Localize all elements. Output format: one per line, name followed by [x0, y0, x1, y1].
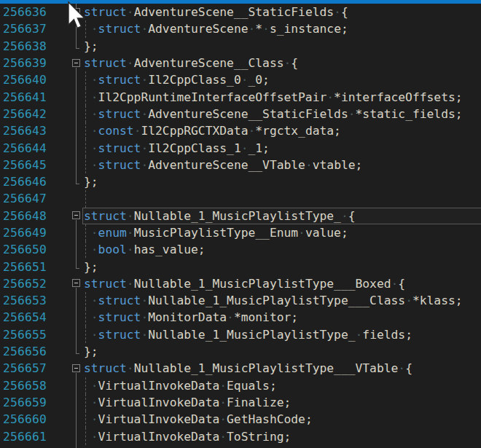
fold-margin — [51, 4, 82, 20]
code-text[interactable]: ·struct·Il2CppClass_0·_0; — [82, 71, 481, 88]
code-line[interactable]: 256643 ·const·Il2CppRGCTXData·*rgctx_dat… — [0, 122, 481, 139]
code-text[interactable]: struct·AdventureScene__StaticFields·{ — [82, 4, 481, 20]
code-token: vtable; — [313, 158, 363, 172]
indent-whitespace: · — [84, 158, 98, 172]
code-token: s_instance; — [270, 22, 348, 36]
code-line[interactable]: 256656}; — [0, 343, 481, 360]
line-number: 256659 — [0, 396, 51, 409]
keyword-token: struct — [84, 56, 127, 70]
line-number: 256651 — [0, 260, 51, 274]
whitespace-dot: · — [127, 243, 134, 256]
code-text[interactable]: struct·AdventureScene__Class·{ — [82, 55, 481, 71]
code-token: }; — [84, 175, 98, 189]
code-text[interactable]: ·bool·has_value; — [82, 241, 481, 258]
line-number: 256645 — [0, 158, 51, 172]
code-line[interactable]: 256658 ·VirtualInvokeData·Equals; — [0, 377, 481, 394]
keyword-token: struct — [98, 310, 141, 324]
code-token: has_value; — [134, 243, 206, 256]
code-text[interactable]: ·const·Il2CppRGCTXData·*rgctx_data; — [82, 122, 481, 139]
code-line[interactable]: 256637 ·struct·AdventureScene·*·s_instan… — [0, 20, 481, 37]
fold-collapse-minus-icon[interactable] — [72, 8, 80, 16]
code-line[interactable]: 256650 ·bool·has_value; — [0, 241, 481, 258]
code-text[interactable]: struct·Nullable_1_MusicPlaylistType___VT… — [82, 360, 481, 377]
code-text[interactable]: ·struct·Nullable_1_MusicPlaylistType___C… — [82, 292, 481, 309]
code-line[interactable]: 256641 ·Il2CppRuntimeInterfaceOffsetPair… — [0, 88, 481, 105]
code-line[interactable]: 256660 ·VirtualInvokeData·GetHashCode; — [0, 411, 481, 428]
line-number: 256656 — [0, 345, 51, 358]
fold-margin — [51, 292, 82, 309]
code-text[interactable]: }; — [82, 343, 481, 360]
line-number: 256657 — [0, 361, 51, 375]
code-line[interactable]: 256655 ·struct·Nullable_1_MusicPlaylistT… — [0, 326, 481, 343]
code-lines-container[interactable]: 256636struct·AdventureScene__StaticField… — [0, 4, 481, 448]
indent-whitespace: · — [84, 124, 98, 138]
code-text[interactable]: }; — [82, 38, 481, 55]
code-line[interactable]: 256647 — [0, 190, 481, 207]
code-line[interactable]: 256638}; — [0, 38, 481, 55]
code-line[interactable]: 256662}; — [0, 445, 481, 448]
code-line[interactable]: 256653 ·struct·Nullable_1_MusicPlaylistT… — [0, 292, 481, 309]
code-line[interactable]: 256646}; — [0, 173, 481, 190]
code-line[interactable]: 256649 ·enum·MusicPlaylistType__Enum·val… — [0, 224, 481, 241]
code-line[interactable]: 256648struct·Nullable_1_MusicPlaylistTyp… — [0, 208, 481, 224]
code-text[interactable]: ·struct·AdventureScene·*·s_instance; — [82, 20, 481, 37]
code-line[interactable]: 256652struct·Nullable_1_MusicPlaylistTyp… — [0, 275, 481, 292]
code-text[interactable]: struct·Nullable_1_MusicPlaylistType_·{ — [82, 208, 481, 224]
code-text[interactable]: ·enum·MusicPlaylistType__Enum·value; — [82, 224, 481, 241]
fold-margin — [51, 241, 82, 258]
keyword-token: const — [98, 124, 134, 138]
code-text[interactable]: ·struct·AdventureScene__VTable·vtable; — [82, 157, 481, 173]
code-line[interactable]: 256636struct·AdventureScene__StaticField… — [0, 4, 481, 20]
keyword-token: bool — [98, 243, 127, 256]
indent-whitespace: · — [84, 243, 98, 256]
code-line[interactable]: 256659 ·VirtualInvokeData·Finalize; — [0, 394, 481, 411]
line-number: 256636 — [0, 5, 51, 19]
fold-collapse-minus-icon[interactable] — [72, 59, 80, 67]
code-text[interactable]: }; — [82, 258, 481, 275]
fold-collapse-minus-icon[interactable] — [72, 364, 80, 372]
line-number: 256649 — [0, 226, 51, 240]
code-text[interactable] — [82, 190, 481, 207]
code-text[interactable]: ·struct·Il2CppClass_1·_1; — [82, 139, 481, 156]
fold-collapse-minus-icon[interactable] — [72, 279, 80, 287]
code-line[interactable]: 256642 ·struct·AdventureScene__StaticFie… — [0, 106, 481, 122]
line-number: 256653 — [0, 294, 51, 307]
code-token: }; — [84, 39, 98, 53]
fold-collapse-minus-icon[interactable] — [72, 211, 80, 219]
code-token: { — [291, 56, 298, 70]
whitespace-dot: · — [241, 73, 249, 87]
code-text[interactable]: ·struct·MonitorData·*monitor; — [82, 309, 481, 326]
code-token: AdventureScene__StaticFields — [148, 107, 348, 121]
code-line[interactable]: 256645 ·struct·AdventureScene__VTable·vt… — [0, 157, 481, 173]
code-line[interactable]: 256644 ·struct·Il2CppClass_1·_1; — [0, 139, 481, 156]
code-text[interactable]: ·VirtualInvokeData·Finalize; — [82, 394, 481, 411]
code-token: value; — [305, 226, 348, 240]
code-line[interactable]: 256657struct·Nullable_1_MusicPlaylistTyp… — [0, 360, 481, 377]
code-text[interactable]: ·struct·AdventureScene__StaticFields·*st… — [82, 106, 481, 122]
code-text[interactable]: }; — [82, 173, 481, 190]
code-token: * — [255, 22, 262, 36]
keyword-token: struct — [98, 158, 141, 172]
code-text[interactable]: ·VirtualInvokeData·GetHashCode; — [82, 411, 481, 428]
line-number: 256639 — [0, 56, 51, 70]
code-text[interactable]: struct·Nullable_1_MusicPlaylistType___Bo… — [82, 275, 481, 292]
code-text[interactable]: ·struct·Nullable_1_MusicPlaylistType_·fi… — [82, 326, 481, 343]
fold-margin — [51, 309, 82, 326]
fold-margin — [51, 411, 82, 428]
fold-margin — [51, 445, 82, 448]
code-line[interactable]: 256639struct·AdventureScene__Class·{ — [0, 55, 481, 71]
fold-margin — [51, 71, 82, 88]
whitespace-dot: · — [141, 310, 148, 324]
code-text[interactable]: }; — [82, 445, 481, 448]
code-line[interactable]: 256654 ·struct·MonitorData·*monitor; — [0, 309, 481, 326]
code-line[interactable]: 256661 ·VirtualInvokeData·ToString; — [0, 428, 481, 444]
code-text[interactable]: ·VirtualInvokeData·ToString; — [82, 428, 481, 444]
code-line[interactable]: 256651}; — [0, 258, 481, 275]
line-number: 256643 — [0, 124, 51, 138]
code-line[interactable]: 256640 ·struct·Il2CppClass_0·_0; — [0, 71, 481, 88]
code-token: GetHashCode; — [227, 412, 313, 426]
code-token: _0; — [249, 73, 270, 87]
code-text[interactable]: ·VirtualInvokeData·Equals; — [82, 377, 481, 394]
code-token: Il2CppRGCTXData — [141, 124, 248, 138]
code-text[interactable]: ·Il2CppRuntimeInterfaceOffsetPair·*inter… — [82, 88, 481, 105]
